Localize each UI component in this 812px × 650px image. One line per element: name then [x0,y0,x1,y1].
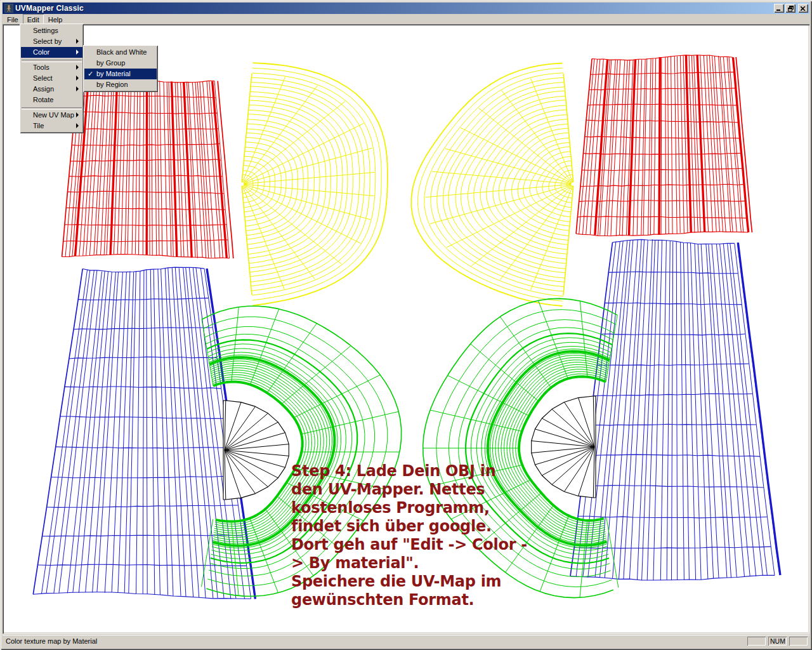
menu-separator [22,105,82,110]
submenu-arrow-icon [76,65,79,70]
annotation-line: den UV-Mapper. Nettes [291,481,527,499]
annotation-line: Speichere die UV-Map im [291,573,527,591]
window-controls [774,4,808,13]
color-submenu: Black and Whiteby Groupby Material✓by Re… [83,45,158,92]
submenu-arrow-icon [76,50,79,55]
annotation-line: > By material". [291,554,527,573]
edit-menu: SettingsSelect byColorToolsSelectAssignR… [20,23,84,133]
status-message: Color texture map by Material [3,637,747,645]
annotation-line: findet sich über google. [291,517,527,536]
submenu-arrow-icon [76,86,79,91]
edit-menu-item-assign[interactable]: Assign [21,84,82,95]
mesh-black-fan-left [223,401,289,500]
close-button[interactable] [798,4,808,13]
submenu-arrow-icon [76,112,79,117]
status-pane-empty [789,637,808,646]
edit-menu-item-rotate[interactable]: Rotate [21,95,82,105]
mesh-yellow-fan-left [242,63,388,305]
annotation-line: kostenloses Programm, [291,499,527,517]
color-submenu-item-black-and-white[interactable]: Black and White [84,47,157,58]
mesh-black-fan-right [532,396,596,498]
annotation-line: Step 4: Lade Dein OBJ in [291,462,527,481]
uv-canvas[interactable]: Step 4: Lade Dein OBJ inden UV-Mapper. N… [3,24,809,633]
minimize-button[interactable] [774,4,784,13]
color-submenu-item-by-material[interactable]: by Material✓ [84,69,157,79]
color-submenu-item-by-region[interactable]: by Region [84,79,157,90]
menubar-item-help[interactable]: Help [44,14,67,24]
mesh-blue-patch-right [570,239,780,580]
status-panes: NUM [747,637,808,646]
app-icon [4,4,13,13]
checkmark-icon: ✓ [88,69,93,79]
submenu-arrow-icon [76,123,79,128]
window-title: UVMapper Classic [15,4,774,13]
edit-menu-item-tools[interactable]: Tools [21,62,82,73]
edit-menu-item-select-by[interactable]: Select by [21,36,82,47]
edit-menu-item-color[interactable]: Color [21,47,82,58]
status-pane-num: NUM [768,637,787,646]
edit-menu-item-tile[interactable]: Tile [21,121,82,131]
annotation-line: Dort geh auf "Edit -> Color - [291,536,527,554]
menubar-item-file[interactable]: File [3,14,23,24]
annotation-text: Step 4: Lade Dein OBJ inden UV-Mapper. N… [291,462,527,609]
edit-menu-item-select[interactable]: Select [21,73,82,84]
restore-button[interactable] [785,4,796,13]
app-window: UVMapper Classic FileEditHelp [0,0,812,650]
edit-menu-item-settings[interactable]: Settings [21,25,82,36]
mesh-red-patch-left [62,77,233,258]
menu-bar: FileEditHelp [3,14,809,24]
menu-separator [22,58,82,62]
submenu-arrow-icon [76,76,79,81]
annotation-line: gewünschten Format. [291,591,527,609]
edit-menu-item-new-uv-map[interactable]: New UV Map [21,110,82,121]
mesh-yellow-fan-right [411,63,573,307]
status-pane-empty [747,637,766,646]
status-bar: Color texture map by Material NUM [3,635,809,647]
submenu-arrow-icon [76,39,79,44]
mesh-red-patch-right [576,55,752,236]
menubar-item-edit[interactable]: Edit [23,14,44,24]
color-submenu-item-by-group[interactable]: by Group [84,58,157,69]
title-bar[interactable]: UVMapper Classic [3,3,809,14]
